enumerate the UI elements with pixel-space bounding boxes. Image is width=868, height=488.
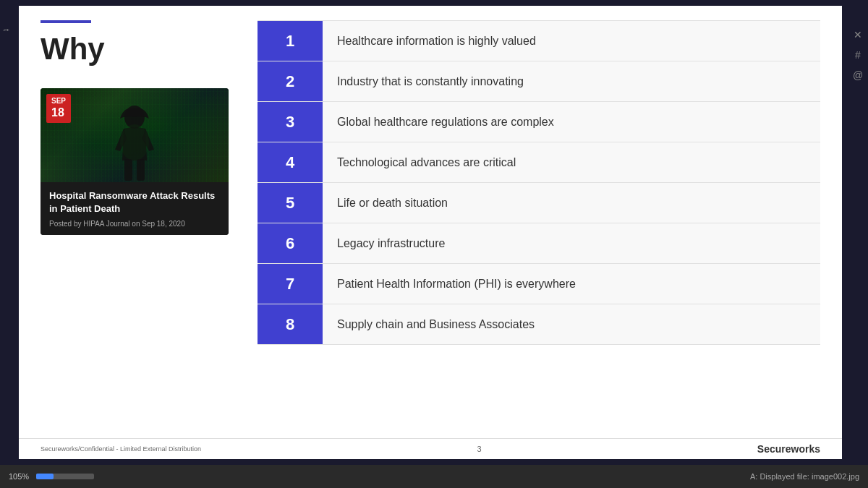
list-item: 1 Healthcare information is highly value… bbox=[258, 20, 820, 61]
list-text: Legacy infrastructure bbox=[323, 223, 820, 263]
badge-month: SEP bbox=[51, 97, 66, 105]
news-card: SEP 18 bbox=[41, 88, 229, 235]
list-number: 3 bbox=[258, 102, 323, 142]
progress-bar-container[interactable] bbox=[36, 474, 94, 479]
bottom-bar: 105% A: Displayed file: image002.jpg bbox=[0, 465, 868, 488]
list-item: 5 Life or death situation bbox=[258, 183, 820, 223]
list-item: 4 Technological advances are critical bbox=[258, 142, 820, 183]
news-card-image: SEP 18 bbox=[41, 88, 229, 182]
main-container: t Why SEP 18 bbox=[0, 0, 868, 465]
list-text: Industry that is constantly innovating bbox=[323, 61, 820, 101]
sep-badge: SEP 18 bbox=[46, 94, 71, 123]
progress-bar-fill bbox=[36, 474, 54, 479]
list-number: 6 bbox=[258, 223, 323, 263]
list-item: 3 Global healthcare regulations are comp… bbox=[258, 102, 820, 142]
list-text: Technological advances are critical bbox=[323, 142, 820, 182]
twitter-icon[interactable]: ✕ bbox=[854, 29, 862, 40]
list-number: 8 bbox=[258, 304, 323, 344]
footer-left: Secureworks/Confidential - Limited Exter… bbox=[41, 445, 201, 453]
right-sidebar: ✕ # @ bbox=[848, 0, 868, 465]
news-headline: Hospital Ransomware Attack Results in Pa… bbox=[49, 189, 220, 215]
list-number: 5 bbox=[258, 183, 323, 223]
zoom-level: 105% bbox=[9, 472, 29, 481]
svg-rect-1 bbox=[124, 159, 132, 181]
slide-right: 1 Healthcare information is highly value… bbox=[258, 20, 820, 431]
list-text: Supply chain and Business Associates bbox=[323, 304, 820, 344]
hacker-silhouette bbox=[109, 103, 160, 182]
svg-rect-2 bbox=[137, 159, 145, 181]
at-icon[interactable]: @ bbox=[853, 69, 863, 81]
list-item: 7 Patient Health Information (PHI) is ev… bbox=[258, 264, 820, 304]
news-byline: Posted by HIPAA Journal on Sep 18, 2020 bbox=[49, 220, 220, 228]
list-text: Patient Health Information (PHI) is ever… bbox=[323, 264, 820, 304]
accent-bar bbox=[41, 20, 91, 23]
list-item: 2 Industry that is constantly innovating bbox=[258, 61, 820, 102]
footer-right: Secureworks bbox=[757, 443, 820, 455]
list-number: 7 bbox=[258, 264, 323, 304]
list-number: 1 bbox=[258, 21, 323, 61]
bottom-right: A: Displayed file: image002.jpg bbox=[750, 472, 859, 481]
badge-day: 18 bbox=[51, 106, 66, 121]
footer-center: 3 bbox=[477, 445, 481, 453]
slide-area: Why SEP 18 bbox=[19, 6, 842, 459]
left-sidebar: t bbox=[0, 0, 13, 465]
list-number: 4 bbox=[258, 142, 323, 182]
hash-icon[interactable]: # bbox=[855, 49, 861, 61]
slide-title: Why bbox=[41, 32, 243, 67]
news-card-body: Hospital Ransomware Attack Results in Pa… bbox=[41, 182, 229, 235]
left-sidebar-item: t bbox=[2, 29, 11, 31]
list-item: 6 Legacy infrastructure bbox=[258, 223, 820, 264]
list-text: Life or death situation bbox=[323, 183, 820, 223]
slide-left: Why SEP 18 bbox=[41, 20, 258, 431]
list-item: 8 Supply chain and Business Associates bbox=[258, 304, 820, 345]
list-text: Global healthcare regulations are comple… bbox=[323, 102, 820, 142]
list-number: 2 bbox=[258, 61, 323, 101]
slide-inner: Why SEP 18 bbox=[19, 6, 842, 438]
list-text: Healthcare information is highly valued bbox=[323, 21, 820, 61]
slide: Why SEP 18 bbox=[19, 6, 842, 459]
svg-point-3 bbox=[120, 124, 149, 160]
slide-footer: Secureworks/Confidential - Limited Exter… bbox=[19, 438, 842, 459]
